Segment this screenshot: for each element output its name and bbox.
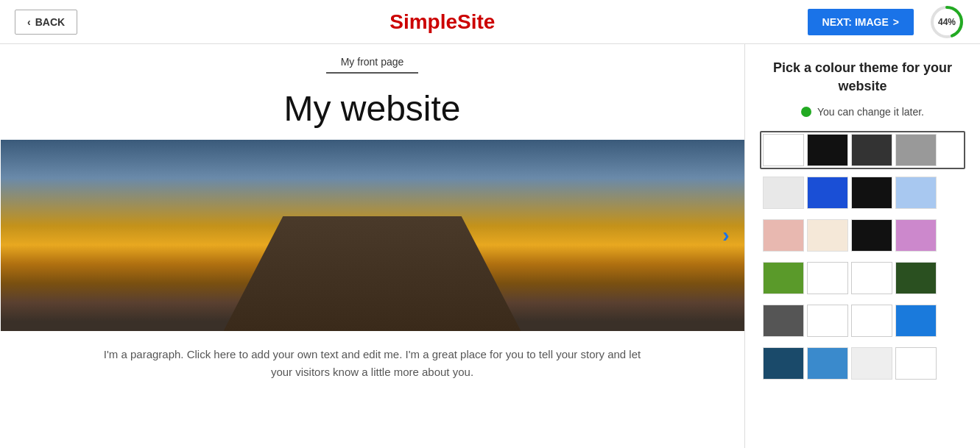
- info-row: You can change it later.: [760, 106, 965, 118]
- progress-text: 44%: [938, 17, 956, 27]
- color-swatch: [895, 305, 937, 337]
- color-swatch: [895, 262, 937, 294]
- color-swatch: [807, 177, 848, 209]
- page-title: My website: [283, 88, 460, 129]
- color-swatch: [851, 262, 892, 294]
- header: ‹ BACK SimpleSite NEXT: IMAGE > 44%: [0, 0, 980, 44]
- color-swatch: [851, 177, 892, 209]
- chevron-right-icon: >: [893, 16, 899, 28]
- preview-wrapper: ›: [1, 140, 744, 331]
- color-swatch: [807, 305, 848, 337]
- main-content: My front page My website › I'm a paragra…: [0, 44, 980, 448]
- header-right: NEXT: IMAGE > 44%: [808, 4, 965, 40]
- color-swatch: [895, 347, 937, 380]
- color-swatch: [763, 219, 804, 252]
- info-text: You can change it later.: [817, 106, 924, 118]
- color-swatch: [851, 347, 892, 380]
- next-button[interactable]: NEXT: IMAGE >: [808, 9, 914, 35]
- color-swatch: [895, 134, 937, 166]
- color-swatch: [807, 347, 848, 380]
- road-scene-graphic: [1, 140, 744, 331]
- color-swatch: [807, 134, 848, 166]
- color-swatch: [851, 134, 892, 166]
- color-swatch: [895, 219, 937, 252]
- color-swatch: [807, 219, 848, 252]
- hero-image: [1, 140, 744, 331]
- page-tab[interactable]: My front page: [326, 51, 419, 74]
- back-label: BACK: [35, 16, 65, 28]
- preview-area: My front page My website › I'm a paragra…: [0, 44, 744, 448]
- theme-option-1[interactable]: [760, 131, 965, 169]
- themes-grid: [760, 131, 965, 383]
- sidebar-title: Pick a colour theme for your website: [760, 59, 965, 96]
- color-theme-sidebar: Pick a colour theme for your website You…: [744, 44, 980, 448]
- theme-option-6[interactable]: [760, 344, 965, 383]
- color-swatch: [763, 134, 804, 166]
- chevron-left-icon: ‹: [27, 16, 31, 28]
- next-label: NEXT: IMAGE: [822, 16, 889, 28]
- theme-option-5[interactable]: [760, 302, 965, 340]
- color-swatch: [763, 177, 804, 209]
- theme-option-3[interactable]: [760, 216, 965, 255]
- logo-text: SimpleSite: [389, 10, 495, 33]
- color-swatch: [807, 262, 848, 294]
- color-swatch: [895, 177, 937, 209]
- info-dot-icon: [801, 107, 811, 117]
- back-button[interactable]: ‹ BACK: [15, 10, 77, 35]
- theme-option-2[interactable]: [760, 174, 965, 212]
- next-slide-button[interactable]: ›: [722, 224, 729, 247]
- color-swatch: [763, 347, 804, 380]
- body-paragraph[interactable]: I'm a paragraph. Click here to add your …: [78, 346, 667, 381]
- color-swatch: [763, 262, 804, 294]
- color-swatch: [763, 305, 804, 337]
- site-logo: SimpleSite: [389, 10, 495, 34]
- color-swatch: [851, 219, 892, 252]
- progress-indicator: 44%: [928, 4, 965, 40]
- theme-option-4[interactable]: [760, 259, 965, 297]
- color-swatch: [851, 305, 892, 337]
